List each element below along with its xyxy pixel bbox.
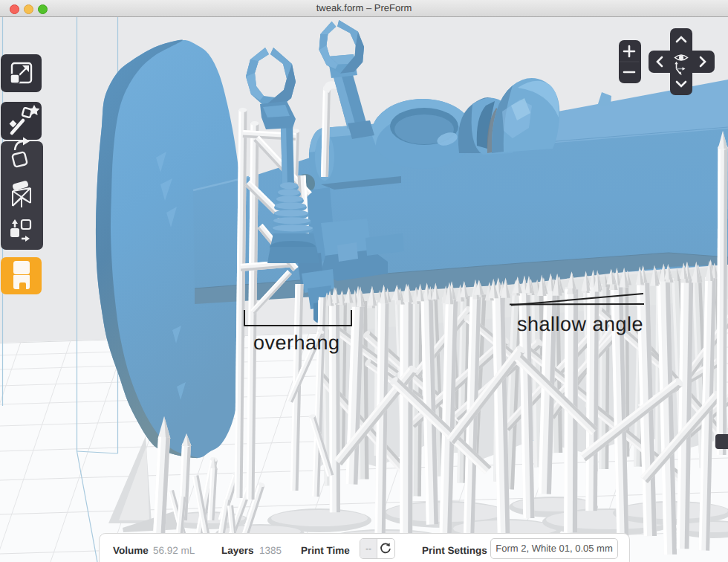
svg-text:overhang: overhang	[253, 332, 340, 354]
svg-text:shallow angle: shallow angle	[517, 313, 643, 335]
